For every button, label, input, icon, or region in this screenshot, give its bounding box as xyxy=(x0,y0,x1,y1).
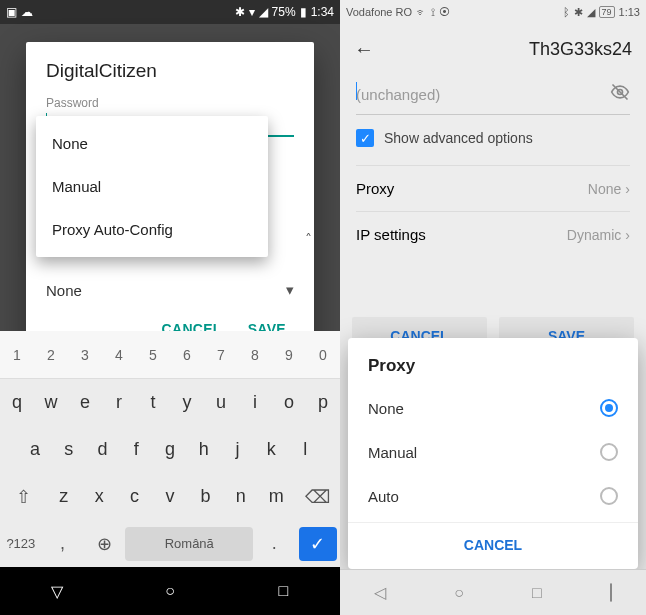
key-4[interactable]: 4 xyxy=(102,331,136,378)
shift-key[interactable]: ⇧ xyxy=(0,473,46,520)
proxy-bottom-sheet: Proxy None Manual Auto CANCEL xyxy=(348,338,638,569)
key-w[interactable]: w xyxy=(34,379,68,426)
battery-percent: 75% xyxy=(272,5,296,19)
key-3[interactable]: 3 xyxy=(68,331,102,378)
nav-recent-icon[interactable]: □ xyxy=(272,580,294,602)
select-row[interactable]: None ▾ xyxy=(46,269,294,311)
checkbox-checked-icon[interactable]: ✓ xyxy=(356,129,374,147)
battery-box: 79 xyxy=(599,6,615,18)
proxy-dropdown: None Manual Proxy Auto-Config ˄ xyxy=(36,116,268,257)
nav-home-icon[interactable]: ○ xyxy=(159,580,181,602)
key-o[interactable]: o xyxy=(272,379,306,426)
nav-back-icon[interactable]: ▽ xyxy=(46,580,68,602)
ip-label: IP settings xyxy=(356,226,426,243)
cloud-icon: ☁ xyxy=(21,5,33,19)
option-none[interactable]: None xyxy=(348,386,638,430)
password-input[interactable]: (unchanged) xyxy=(356,74,630,115)
key-q[interactable]: q xyxy=(0,379,34,426)
period-key[interactable]: . xyxy=(253,520,295,567)
ip-settings-row[interactable]: IP settings Dynamic› xyxy=(356,211,630,257)
advanced-options-row[interactable]: ✓ Show advanced options xyxy=(356,115,630,165)
key-x[interactable]: x xyxy=(81,473,116,520)
globe-icon[interactable]: ⊕ xyxy=(83,520,125,567)
key-m[interactable]: m xyxy=(259,473,294,520)
radio-icon xyxy=(600,487,618,505)
hotspot-icon: ⦿ xyxy=(439,6,450,18)
symbols-key[interactable]: ?123 xyxy=(0,520,42,567)
select-value: None xyxy=(46,282,82,299)
key-0[interactable]: 0 xyxy=(306,331,340,378)
clock: 1:13 xyxy=(619,6,640,18)
key-k[interactable]: k xyxy=(254,426,288,473)
option-auto[interactable]: Auto xyxy=(348,474,638,518)
dropdown-item-none[interactable]: None xyxy=(36,122,268,165)
key-s[interactable]: s xyxy=(52,426,86,473)
key-1[interactable]: 1 xyxy=(0,331,34,378)
option-manual[interactable]: Manual xyxy=(348,430,638,474)
key-i[interactable]: i xyxy=(238,379,272,426)
key-v[interactable]: v xyxy=(152,473,187,520)
dialog-title: DigitalCitizen xyxy=(46,60,294,82)
key-5[interactable]: 5 xyxy=(136,331,170,378)
key-d[interactable]: d xyxy=(86,426,120,473)
chevron-down-icon: ▾ xyxy=(286,281,294,299)
key-6[interactable]: 6 xyxy=(170,331,204,378)
nav-recent-icon[interactable]: □ xyxy=(532,584,542,602)
key-9[interactable]: 9 xyxy=(272,331,306,378)
soft-keyboard: 1 2 3 4 5 6 7 8 9 0 q w e r t y u i o p … xyxy=(0,331,340,567)
signal-icon: ◢ xyxy=(587,6,595,19)
phone-left: ▣ ☁ ✱ ▾ ◢ 75% ▮ 1:34 DigitalCitizen Pass… xyxy=(0,0,340,615)
key-y[interactable]: y xyxy=(170,379,204,426)
comma-key[interactable]: , xyxy=(42,520,84,567)
sheet-title: Proxy xyxy=(348,356,638,386)
dropdown-item-manual[interactable]: Manual xyxy=(36,165,268,208)
key-c[interactable]: c xyxy=(117,473,152,520)
key-h[interactable]: h xyxy=(187,426,221,473)
key-u[interactable]: u xyxy=(204,379,238,426)
key-r[interactable]: r xyxy=(102,379,136,426)
backspace-key[interactable]: ⌫ xyxy=(294,473,340,520)
nav-keyboard-icon[interactable] xyxy=(610,584,612,602)
key-p[interactable]: p xyxy=(306,379,340,426)
space-key[interactable]: Română xyxy=(125,520,253,567)
key-e[interactable]: e xyxy=(68,379,102,426)
nav-home-icon[interactable]: ○ xyxy=(454,584,464,602)
key-j[interactable]: j xyxy=(221,426,255,473)
vibrate-icon: ✱ xyxy=(574,6,583,19)
eye-off-icon[interactable] xyxy=(610,82,630,106)
enter-key[interactable]: ✓ xyxy=(295,520,340,567)
key-f[interactable]: f xyxy=(119,426,153,473)
wifi-icon: ᯤ xyxy=(416,6,427,18)
key-b[interactable]: b xyxy=(188,473,223,520)
key-a[interactable]: a xyxy=(18,426,52,473)
radio-selected-icon xyxy=(600,399,618,417)
phone-right: Vodafone RO ᯤ ⟟ ⦿ ᛒ ✱ ◢ 79 1:13 ← Th3G33… xyxy=(340,0,646,615)
key-z[interactable]: z xyxy=(46,473,81,520)
key-2[interactable]: 2 xyxy=(34,331,68,378)
status-bar: ▣ ☁ ✱ ▾ ◢ 75% ▮ 1:34 xyxy=(0,0,340,24)
android-nav-bar: ▽ ○ □ xyxy=(0,567,340,615)
chevron-right-icon: › xyxy=(625,181,630,197)
huawei-nav-bar: ◁ ○ □ xyxy=(340,569,646,615)
status-bar: Vodafone RO ᯤ ⟟ ⦿ ᛒ ✱ ◢ 79 1:13 xyxy=(340,0,646,24)
key-l[interactable]: l xyxy=(288,426,322,473)
signal-icon: ◢ xyxy=(259,5,268,19)
key-8[interactable]: 8 xyxy=(238,331,272,378)
back-icon[interactable]: ← xyxy=(354,38,509,61)
bluetooth-icon: ᛒ xyxy=(563,6,570,18)
key-g[interactable]: g xyxy=(153,426,187,473)
key-n[interactable]: n xyxy=(223,473,258,520)
nav-back-icon[interactable]: ◁ xyxy=(374,583,386,602)
key-7[interactable]: 7 xyxy=(204,331,238,378)
sheet-cancel-button[interactable]: CANCEL xyxy=(348,522,638,563)
bluetooth-icon: ✱ xyxy=(235,5,245,19)
chevron-up-icon[interactable]: ˄ xyxy=(305,231,312,247)
proxy-label: Proxy xyxy=(356,180,394,197)
battery-icon: ▮ xyxy=(300,5,307,19)
password-placeholder: (unchanged) xyxy=(356,86,440,103)
dropdown-item-pac[interactable]: Proxy Auto-Config xyxy=(36,208,268,251)
nfc-icon: ⟟ xyxy=(431,6,435,19)
key-t[interactable]: t xyxy=(136,379,170,426)
proxy-row[interactable]: Proxy None› xyxy=(356,165,630,211)
page-title: Th3G33ks24 xyxy=(529,39,632,60)
